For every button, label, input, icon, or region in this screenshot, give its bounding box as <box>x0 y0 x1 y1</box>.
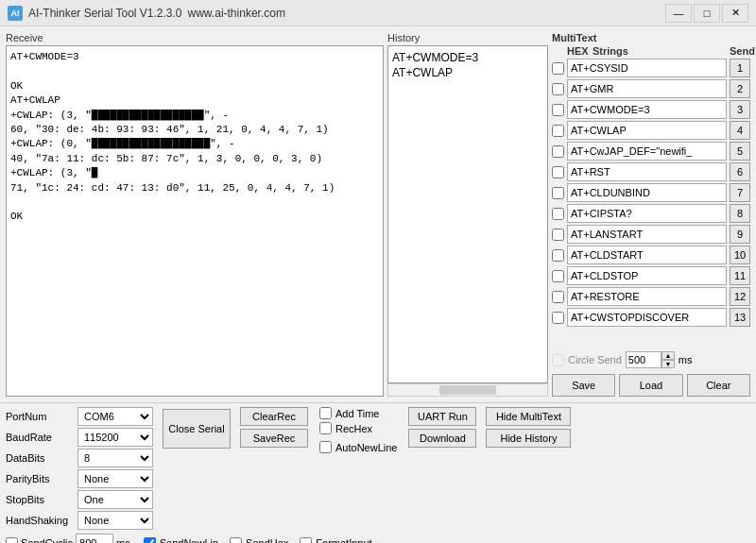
hex-col-header: HEX <box>567 45 579 57</box>
mt-send-btn-5[interactable]: 5 <box>730 142 750 161</box>
history-item[interactable]: AT+CWMODE=3 <box>392 50 543 65</box>
cyclic-ms-unit: ms <box>116 537 130 543</box>
mt-checkbox-7[interactable] <box>552 187 564 199</box>
send-col-header: Send <box>730 45 750 57</box>
maximize-button[interactable]: □ <box>694 4 720 23</box>
mt-checkbox-1[interactable] <box>552 62 564 75</box>
spinner-up[interactable]: ▲ <box>662 351 675 360</box>
circle-send-checkbox[interactable] <box>552 354 564 366</box>
mt-checkbox-9[interactable] <box>552 229 564 241</box>
mt-input-2[interactable] <box>567 79 727 98</box>
multitext-label: MultiText <box>552 32 596 43</box>
mt-send-btn-13[interactable]: 13 <box>730 308 750 327</box>
mt-send-btn-11[interactable]: 11 <box>730 266 750 285</box>
hide-history-button[interactable]: Hide History <box>486 429 571 448</box>
mt-send-btn-2[interactable]: 2 <box>730 79 750 98</box>
download-button[interactable]: Download <box>408 429 476 448</box>
receive-panel: Receive AT+CWMODE=3 OK AT+CWLAP +CWLAP: … <box>6 32 384 397</box>
mt-input-7[interactable] <box>567 183 727 202</box>
close-button[interactable]: ✕ <box>722 4 748 23</box>
mt-send-btn-8[interactable]: 8 <box>730 204 750 223</box>
send-cyclic-label: SendCyclic <box>21 537 73 543</box>
send-newline-checkbox[interactable] <box>144 537 156 544</box>
mt-input-10[interactable] <box>567 246 727 264</box>
spinner-down[interactable]: ▼ <box>662 360 675 368</box>
multitext-rows: 1 2 3 4 5 6 7 8 9 10 11 12 13 <box>552 59 750 346</box>
mt-send-btn-10[interactable]: 10 <box>730 246 750 264</box>
mt-input-12[interactable] <box>567 287 727 306</box>
bottom-controls: PortNum COM6 BaudRate 115200 DataBits 8 … <box>0 402 756 543</box>
close-serial-button[interactable]: Close Serial <box>163 409 231 449</box>
baudrate-label: BaudRate <box>6 432 74 443</box>
history-box[interactable]: AT+CWMODE=3 AT+CWLAP <box>387 45 548 383</box>
save-button[interactable]: Save <box>552 374 615 397</box>
stopbits-select[interactable]: One <box>77 490 153 509</box>
mt-send-btn-3[interactable]: 3 <box>730 100 750 119</box>
ms-unit: ms <box>679 354 693 365</box>
rec-hex-checkbox[interactable] <box>319 422 332 434</box>
auto-newline-checkbox[interactable] <box>319 441 332 453</box>
mt-checkbox-13[interactable] <box>552 312 564 324</box>
history-item[interactable]: AT+CWLAP <box>392 65 543 80</box>
mt-send-btn-12[interactable]: 12 <box>730 287 750 306</box>
add-time-checkbox[interactable] <box>319 407 332 419</box>
circle-send-input[interactable] <box>626 351 662 368</box>
mt-input-11[interactable] <box>567 266 727 285</box>
clear-rec-button[interactable]: ClearRec <box>240 407 308 426</box>
auto-newline-label: AutoNewLine <box>335 442 397 453</box>
mt-send-btn-9[interactable]: 9 <box>730 225 750 244</box>
app-website: www.ai-thinker.com <box>188 7 285 20</box>
minimize-button[interactable]: — <box>665 4 692 23</box>
mt-send-btn-6[interactable]: 6 <box>730 162 750 181</box>
mt-input-9[interactable] <box>567 225 727 244</box>
mt-checkbox-3[interactable] <box>552 104 564 116</box>
handshaking-select[interactable]: None <box>77 511 153 530</box>
load-button[interactable]: Load <box>619 374 682 397</box>
mt-checkbox-8[interactable] <box>552 208 564 220</box>
title-bar: AI AI-Thinker Serial Tool V1.2.3.0 www.a… <box>0 0 756 26</box>
history-label: History <box>387 32 548 43</box>
multitext-panel: MultiText HEX Strings Send 1 2 3 4 5 6 7… <box>552 32 750 397</box>
save-rec-button[interactable]: SaveRec <box>240 429 308 448</box>
mt-input-1[interactable] <box>567 59 727 77</box>
mt-checkbox-11[interactable] <box>552 270 564 282</box>
baudrate-select[interactable]: 115200 <box>77 428 153 447</box>
mt-input-3[interactable] <box>567 100 727 119</box>
send-cyclic-checkbox[interactable] <box>6 537 18 544</box>
portnum-label: PortNum <box>6 411 74 422</box>
add-time-label: Add Time <box>335 408 379 419</box>
hide-multitext-button[interactable]: Hide MultiText <box>486 407 571 426</box>
mt-checkbox-12[interactable] <box>552 291 564 303</box>
mt-checkbox-4[interactable] <box>552 125 564 137</box>
mt-input-13[interactable] <box>567 308 727 327</box>
stopbits-label: StopBits <box>6 494 74 505</box>
strings-col-header: Strings <box>583 45 726 57</box>
mt-send-btn-7[interactable]: 7 <box>730 183 750 202</box>
mt-send-btn-4[interactable]: 4 <box>730 121 750 140</box>
format-input-label: FormatInput <box>316 537 371 543</box>
portnum-select[interactable]: COM6 <box>77 407 153 426</box>
mt-input-4[interactable] <box>567 121 727 140</box>
rec-hex-label: RecHex <box>335 423 372 434</box>
paritybits-select[interactable]: None <box>77 469 153 488</box>
mt-input-8[interactable] <box>567 204 727 223</box>
format-input-checkbox[interactable] <box>300 537 312 544</box>
clear-button[interactable]: Clear <box>687 374 750 397</box>
receive-textarea[interactable]: AT+CWMODE=3 OK AT+CWLAP +CWLAP: (3, "███… <box>6 45 384 397</box>
databits-select[interactable]: 8 <box>77 449 153 467</box>
mt-checkbox-10[interactable] <box>552 249 564 262</box>
mt-send-btn-1[interactable]: 1 <box>730 59 750 77</box>
send-hex-checkbox[interactable] <box>230 537 242 544</box>
mt-checkbox-5[interactable] <box>552 145 564 158</box>
mt-checkbox-6[interactable] <box>552 166 564 178</box>
mt-input-6[interactable] <box>567 162 727 181</box>
circle-send-label: Circle Send <box>568 354 622 365</box>
mt-checkbox-2[interactable] <box>552 83 564 95</box>
app-title: AI-Thinker Serial Tool V1.2.3.0 <box>28 7 182 20</box>
uart-run-button[interactable]: UART Run <box>408 407 476 426</box>
cyclic-ms-input[interactable] <box>76 534 113 543</box>
paritybits-label: ParityBits <box>6 473 74 484</box>
send-newline-label: SendNewLin <box>160 537 218 543</box>
mt-input-5[interactable] <box>567 142 727 161</box>
app-icon: AI <box>8 6 23 21</box>
